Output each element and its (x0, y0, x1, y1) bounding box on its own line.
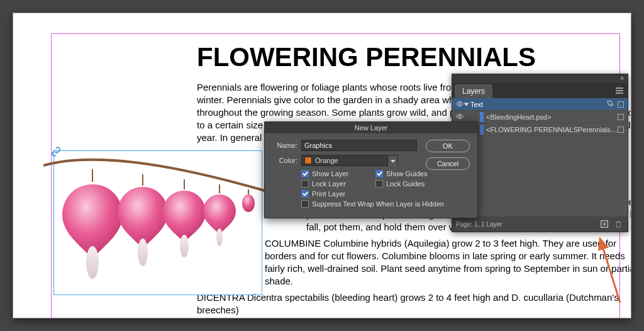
layer-color-swatch (480, 112, 484, 122)
checkbox-icon (301, 170, 309, 177)
checkbox-label: Show Layer (312, 170, 348, 177)
svg-point-2 (180, 235, 189, 257)
visibility-toggle[interactable] (455, 113, 465, 121)
lock-guides-checkbox[interactable]: Lock Guides (375, 180, 450, 188)
checkbox-label: Lock Layer (312, 180, 346, 188)
layer-item-bleedingheart[interactable]: <BleedingHeart.psd> (452, 111, 628, 123)
checkbox-label: Print Layer (312, 190, 345, 198)
svg-point-3 (216, 228, 223, 246)
checkbox-label: Suppress Text Wrap When Layer is Hidden (312, 200, 444, 208)
show-layer-checkbox[interactable]: Show Layer (301, 170, 375, 177)
disclosure-triangle-icon[interactable] (464, 103, 469, 106)
svg-point-5 (459, 103, 461, 104)
color-swatch-icon (304, 157, 312, 164)
selection-square[interactable] (618, 101, 624, 108)
pen-icon[interactable] (607, 100, 614, 108)
name-label: Name: (272, 142, 297, 149)
selection-square[interactable] (618, 114, 624, 120)
panel-tab-row: Layers (452, 83, 628, 98)
checkbox-icon (375, 180, 383, 188)
svg-point-1 (138, 238, 148, 266)
panel-menu-icon[interactable] (615, 87, 624, 98)
headline-text: FLOWERING PERENNIALS (197, 42, 536, 72)
svg-point-0 (86, 246, 99, 279)
checkbox-icon (375, 170, 383, 177)
color-value: Orange (315, 157, 338, 164)
bleeding-heart-image (43, 147, 270, 298)
layer-color-swatch (480, 125, 484, 135)
layer-name-input[interactable] (301, 140, 417, 151)
layers-panel[interactable]: × Layers Text (452, 74, 628, 232)
checkbox-icon (301, 180, 309, 188)
print-layer-checkbox[interactable]: Print Layer (301, 190, 375, 198)
dialog-body: Name: Color: Orange Show Layer (265, 133, 477, 218)
chevron-down-icon[interactable] (387, 155, 397, 167)
svg-point-6 (459, 115, 461, 117)
checkbox-label: Show Guides (386, 170, 427, 177)
cancel-button[interactable]: Cancel (426, 157, 470, 170)
checkbox-icon (301, 200, 309, 208)
layers-list: Text <BleedingHeart.psd> (452, 98, 628, 136)
layers-panel-footer: Page: 1, 1 Layer (452, 216, 628, 232)
layer-row-text[interactable]: Text (452, 98, 628, 111)
suppress-wrap-checkbox[interactable]: Suppress Text Wrap When Layer is Hidden (301, 200, 465, 208)
svg-point-4 (242, 194, 255, 212)
ok-button[interactable]: OK (426, 140, 470, 152)
checkbox-label: Lock Guides (386, 180, 425, 188)
lock-layer-checkbox[interactable]: Lock Layer (301, 180, 375, 188)
delete-layer-button[interactable] (613, 218, 624, 230)
selection-square[interactable] (618, 126, 624, 133)
dialog-title: New Layer (265, 122, 477, 133)
layer-item-flowering[interactable]: <FLOWERING PERENNIALSPerennials ...> (452, 123, 628, 136)
panel-close-icon[interactable]: × (620, 75, 624, 82)
panel-titlebar[interactable]: × (452, 74, 628, 83)
footer-status: Page: 1, 1 Layer (456, 221, 502, 228)
layer-item-name: <BleedingHeart.psd> (486, 113, 618, 121)
layer-item-name: <FLOWERING PERENNIALSPerennials ...> (486, 126, 618, 133)
checkbox-icon (301, 190, 309, 198)
app-viewport: FLOWERING PERENNIALS Perennials are flow… (13, 13, 631, 318)
new-layer-dialog[interactable]: New Layer Name: Color: Orange Show La (264, 121, 478, 218)
layers-tab[interactable]: Layers (455, 84, 492, 98)
layer-color-select[interactable]: Orange (301, 155, 398, 166)
layer-name: Text (470, 101, 603, 108)
color-label: Color: (272, 157, 297, 164)
new-layer-button[interactable] (599, 218, 610, 230)
